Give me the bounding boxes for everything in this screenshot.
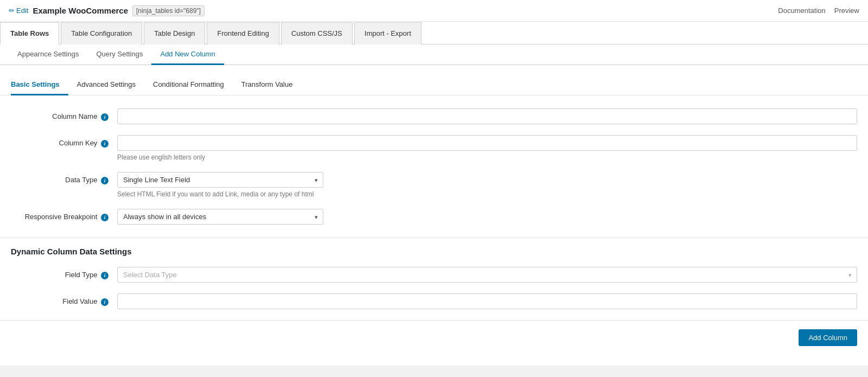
- column-name-input-wrap: [117, 108, 857, 124]
- responsive-breakpoint-row: Responsive Breakpoint i Always show in a…: [11, 209, 857, 225]
- dynamic-section-title: Dynamic Column Data Settings: [0, 247, 868, 256]
- shortcode-badge: [ninja_tables id="689"]: [132, 5, 205, 16]
- add-column-button[interactable]: Add Column: [799, 329, 857, 346]
- column-name-input[interactable]: [117, 108, 857, 124]
- column-key-hint: Please use english letters only: [117, 154, 857, 161]
- edit-label: Edit: [16, 7, 28, 15]
- top-bar-right: Documentation Preview: [778, 7, 859, 15]
- inner-tab-transform-value[interactable]: Transform Value: [241, 76, 302, 95]
- sub-tabs: Appearnce SettingsQuery SettingsAdd New …: [0, 44, 868, 65]
- column-name-info-icon[interactable]: i: [101, 113, 108, 121]
- data-type-select-wrap: Single Line Text FieldHTML FieldNumeric …: [117, 172, 857, 198]
- main-tab-table-design[interactable]: Table Design: [144, 22, 205, 44]
- sub-tab-add-new-column[interactable]: Add New Column: [151, 44, 224, 65]
- form-section: Column Name i Column Key i Please use en…: [0, 108, 868, 225]
- field-type-info-icon[interactable]: i: [101, 272, 108, 279]
- main-tab-table-configuration[interactable]: Table Configuration: [61, 22, 142, 44]
- field-value-info-icon[interactable]: i: [101, 298, 108, 306]
- column-key-row: Column Key i Please use english letters …: [11, 135, 857, 161]
- documentation-link[interactable]: Documentation: [778, 7, 825, 15]
- main-tab-frontend-editing[interactable]: Frontend Editing: [207, 22, 279, 44]
- sub-tab-appearance-settings[interactable]: Appearnce Settings: [9, 44, 87, 65]
- column-key-input[interactable]: [117, 135, 857, 151]
- field-value-label: Field Value i: [11, 293, 108, 306]
- data-type-label: Data Type i: [11, 172, 108, 184]
- top-bar-left: ✏ Edit Example WooCommerce [ninja_tables…: [9, 5, 205, 16]
- preview-link[interactable]: Preview: [834, 7, 859, 15]
- main-tab-custom-css-js[interactable]: Custom CSS/JS: [281, 22, 353, 44]
- pencil-icon: ✏: [9, 7, 15, 15]
- inner-tab-conditional-formatting[interactable]: Conditional Formatting: [153, 76, 233, 95]
- dynamic-form-section: Field Type i Select Data Type ▾ Field Va…: [0, 267, 868, 309]
- column-key-label: Column Key i: [11, 135, 108, 148]
- data-type-select[interactable]: Single Line Text FieldHTML FieldNumeric …: [117, 172, 323, 188]
- inner-tabs: Basic SettingsAdvanced SettingsCondition…: [0, 76, 868, 95]
- field-type-label: Field Type i: [11, 267, 108, 279]
- responsive-breakpoint-select-wrap: Always show in all devicesHide on Mobile…: [117, 209, 857, 225]
- section-divider: [0, 238, 868, 238]
- sub-tab-query-settings[interactable]: Query Settings: [87, 44, 151, 65]
- field-type-select[interactable]: Select Data Type: [117, 267, 857, 283]
- data-type-dropdown: Single Line Text FieldHTML FieldNumeric …: [117, 172, 323, 188]
- edit-link[interactable]: ✏ Edit: [9, 7, 28, 15]
- data-type-row: Data Type i Single Line Text FieldHTML F…: [11, 172, 857, 198]
- column-name-row: Column Name i: [11, 108, 857, 124]
- column-key-info-icon[interactable]: i: [101, 140, 108, 148]
- content-area: Basic SettingsAdvanced SettingsCondition…: [0, 65, 868, 366]
- top-bar: ✏ Edit Example WooCommerce [ninja_tables…: [0, 0, 868, 22]
- field-value-input-wrap: [117, 293, 857, 309]
- column-key-input-wrap: Please use english letters only: [117, 135, 857, 161]
- inner-tab-advanced-settings[interactable]: Advanced Settings: [77, 76, 144, 95]
- responsive-breakpoint-label: Responsive Breakpoint i: [11, 209, 108, 221]
- field-type-select-full-wrap: Select Data Type ▾: [117, 267, 857, 283]
- field-value-input[interactable]: [117, 293, 857, 309]
- field-value-row: Field Value i: [11, 293, 857, 309]
- form-footer: Add Column: [0, 320, 868, 355]
- page-title: Example WooCommerce: [33, 6, 128, 15]
- main-tab-import-export[interactable]: Import - Export: [354, 22, 422, 44]
- responsive-breakpoint-dropdown: Always show in all devicesHide on Mobile…: [117, 209, 323, 225]
- inner-tab-basic-settings[interactable]: Basic Settings: [11, 76, 68, 95]
- data-type-info-icon[interactable]: i: [101, 177, 108, 184]
- data-type-hint: Select HTML Field if you want to add Lin…: [117, 190, 857, 198]
- main-tabs: Table RowsTable ConfigurationTable Desig…: [0, 22, 868, 44]
- responsive-breakpoint-info-icon[interactable]: i: [101, 214, 108, 221]
- main-tab-table-rows[interactable]: Table Rows: [0, 22, 59, 44]
- column-name-label: Column Name i: [11, 108, 108, 121]
- responsive-breakpoint-select[interactable]: Always show in all devicesHide on Mobile…: [117, 209, 323, 225]
- field-type-row: Field Type i Select Data Type ▾: [11, 267, 857, 283]
